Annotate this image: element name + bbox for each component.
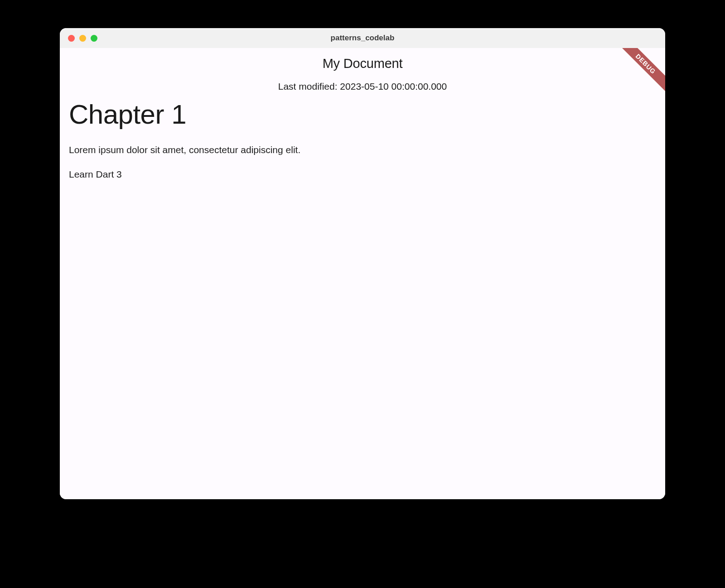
app-content: DEBUG My Document Last modified: 2023-05… — [60, 48, 665, 499]
last-modified-label: Last modified: 2023-05-10 00:00:00.000 — [60, 81, 665, 92]
app-window: patterns_codelab DEBUG My Document Last … — [60, 28, 665, 499]
titlebar: patterns_codelab — [60, 28, 665, 48]
paragraph-text: Lorem ipsum dolor sit amet, consectetur … — [69, 145, 656, 155]
document-title: My Document — [60, 56, 665, 71]
maximize-window-button[interactable] — [91, 35, 97, 42]
traffic-lights — [60, 35, 97, 42]
window-title: patterns_codelab — [331, 34, 395, 43]
app-header: My Document Last modified: 2023-05-10 00… — [60, 48, 665, 92]
minimize-window-button[interactable] — [79, 35, 86, 42]
close-window-button[interactable] — [68, 35, 75, 42]
chapter-heading: Chapter 1 — [69, 98, 656, 131]
list-item: Learn Dart 3 — [69, 169, 656, 180]
document-body: Chapter 1 Lorem ipsum dolor sit amet, co… — [60, 92, 665, 180]
